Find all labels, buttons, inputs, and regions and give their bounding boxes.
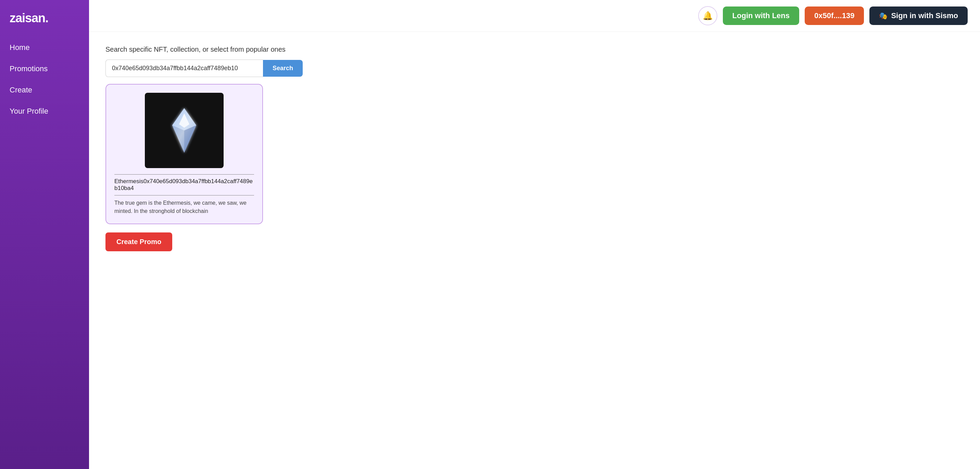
create-promo-button[interactable]: Create Promo xyxy=(105,232,172,251)
sidebar-item-home[interactable]: Home xyxy=(10,42,80,53)
sismo-icon: 🎭 xyxy=(879,12,888,20)
logo: zaisan. xyxy=(10,11,80,25)
sidebar-item-create[interactable]: Create xyxy=(10,84,80,96)
nft-diamond-icon xyxy=(169,107,200,154)
nft-description: The true gem is the Ethermesis, we came,… xyxy=(115,199,254,215)
sidebar-item-your-profile[interactable]: Your Profile xyxy=(10,105,80,117)
nft-divider-2 xyxy=(115,195,254,196)
search-row: Search xyxy=(105,60,964,77)
wallet-button[interactable]: 0x50f....139 xyxy=(805,6,864,25)
sidebar: zaisan. Home Promotions Create Your Prof… xyxy=(0,0,89,469)
bell-icon: 🔔 xyxy=(703,11,713,21)
page-body: Search specific NFT, collection, or sele… xyxy=(89,32,980,265)
sismo-button[interactable]: 🎭 Sign in with Sismo xyxy=(869,6,968,25)
login-lens-button[interactable]: Login with Lens xyxy=(723,6,799,25)
search-input[interactable] xyxy=(105,60,263,77)
bell-button[interactable]: 🔔 xyxy=(698,6,718,25)
nft-card: Ethermesis0x740e65d093db34a7ffbb144a2caf… xyxy=(105,84,263,224)
sidebar-item-promotions[interactable]: Promotions xyxy=(10,63,80,75)
nft-image-box xyxy=(145,93,224,168)
search-button[interactable]: Search xyxy=(263,60,303,77)
nft-divider xyxy=(115,174,254,175)
sismo-label: Sign in with Sismo xyxy=(891,11,958,20)
nft-title: Ethermesis0x740e65d093db34a7ffbb144a2caf… xyxy=(115,178,254,192)
search-description: Search specific NFT, collection, or sele… xyxy=(105,46,964,53)
nft-image-wrapper xyxy=(115,93,254,168)
main-content: 🔔 Login with Lens 0x50f....139 🎭 Sign in… xyxy=(89,0,980,469)
header: 🔔 Login with Lens 0x50f....139 🎭 Sign in… xyxy=(89,0,980,32)
